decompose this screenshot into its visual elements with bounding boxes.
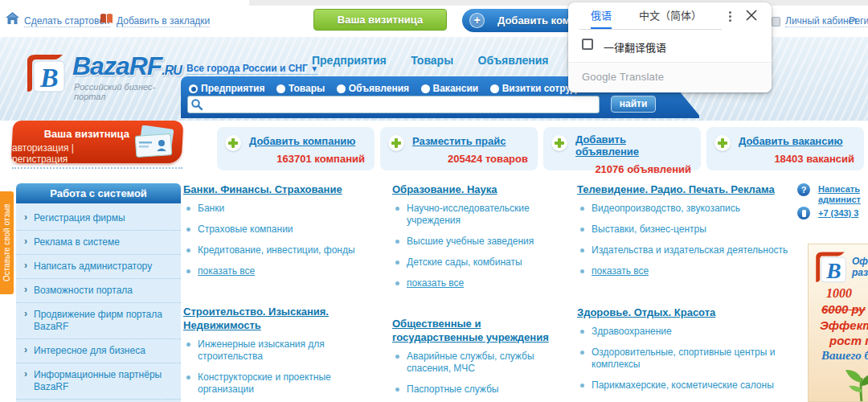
translate-tabs: 俄语 中文（简体）	[568, 2, 772, 30]
category-link[interactable]: Аварийные службы, службы спасения, МЧС	[407, 351, 534, 374]
dotted-separator	[12, 167, 182, 169]
category-education: Образование. Наука Научно-исследовательс…	[392, 182, 571, 298]
category-link[interactable]: Страховые компании	[198, 224, 293, 235]
add-ad-link[interactable]: Добавить объявление	[575, 133, 691, 158]
your-visitcard-button[interactable]: Ваша визитница	[313, 9, 447, 31]
svg-text:B: B	[39, 63, 59, 92]
google-translate-popup: 俄语 中文（简体） 一律翻译俄语 Google Translate	[568, 2, 772, 92]
show-all-link[interactable]: показать все	[407, 277, 464, 289]
question-icon: ?	[797, 183, 810, 196]
ad-new-price: 1000	[826, 286, 852, 301]
category-construction: Строительство. Изыскания. Недвижимость И…	[183, 305, 387, 402]
more-options-icon[interactable]	[723, 10, 736, 23]
add-company-link[interactable]: Добавить компанию	[249, 135, 355, 147]
quick-actions-row: Добавить компанию 163701 компаний Размес…	[217, 127, 864, 170]
close-icon[interactable]	[746, 10, 759, 23]
category-link[interactable]: Инженерные изыскания для строительства	[198, 338, 325, 362]
category-title[interactable]: Телевидение. Радио. Печать. Реклама	[577, 183, 775, 196]
category-title[interactable]: Образование. Наука	[392, 183, 497, 196]
category-title[interactable]: Общественные и государственные учреждени…	[392, 317, 571, 344]
visit-card-block[interactable]: Ваша визитница авторизация | регистрация	[12, 121, 182, 163]
phone-link[interactable]: +7 (343) 3	[818, 208, 868, 219]
category-link[interactable]: Здравоохранение	[592, 326, 672, 337]
radio-icon[interactable]	[276, 84, 285, 93]
make-home-link[interactable]: Сделать стартовой	[24, 15, 110, 27]
companies-count: 163701 компаний	[249, 153, 365, 165]
search-input[interactable]	[187, 96, 600, 113]
translate-body: 一律翻译俄语	[568, 30, 772, 62]
radio-icon[interactable]	[490, 84, 499, 93]
category-link[interactable]: Высшие учебные заведения	[407, 236, 534, 247]
sidebar-item-write-admin[interactable]: Написать администратору	[16, 255, 181, 279]
category-health: Здоровье. Отдых. Красота Здравоохранение…	[577, 305, 796, 402]
visit-card-auth-links[interactable]: авторизация | регистрация	[12, 142, 129, 165]
logo[interactable]: B BazaRF.RU Российский бизнес-портал	[23, 50, 183, 100]
scope-goods[interactable]: Товары	[276, 83, 325, 94]
scope-label: Товары	[289, 83, 325, 94]
sidebar-item-partners[interactable]: Информационные партнёры BazaRF	[16, 363, 181, 400]
tab-target-language[interactable]: 中文（简体）	[639, 2, 702, 29]
registration-link[interactable]: Регис	[849, 15, 868, 27]
translate-footer: Google Translate	[568, 62, 772, 92]
category-public-institutions: Общественные и государственные учреждени…	[392, 317, 571, 402]
show-all-link[interactable]: показать все	[198, 265, 255, 277]
category-column-2: Образование. Наука Научно-исследовательс…	[392, 182, 571, 402]
search-button[interactable]: найти	[611, 96, 656, 113]
category-link[interactable]: Банки	[198, 203, 224, 214]
top-gray-strip	[249, 0, 868, 6]
category-media: Телевидение. Радио. Печать. Реклама Виде…	[577, 182, 796, 286]
cities-label: Все города России и СНГ	[186, 63, 308, 74]
category-title[interactable]: Здоровье. Отдых. Красота	[577, 306, 715, 319]
nav-ads[interactable]: Объявления	[478, 54, 549, 67]
radio-icon[interactable]	[189, 84, 198, 93]
show-all-link[interactable]: показать все	[592, 265, 649, 277]
add-vacancy-link[interactable]: Добавить вакансию	[739, 135, 843, 147]
category-link[interactable]: Издательства и издательская деятельность	[592, 244, 788, 256]
category-link[interactable]: Научно-исследовательские учреждения	[407, 203, 530, 226]
scope-vacancies[interactable]: Вакансии	[421, 83, 479, 94]
promo-banner[interactable]: B Офи разм 1000 6000 ру Эффект рост пр В…	[808, 244, 868, 402]
svg-text:B: B	[825, 259, 841, 283]
nav-goods[interactable]: Товары	[411, 54, 453, 67]
write-admin-link[interactable]: Написать админист	[818, 184, 868, 205]
add-bookmark-link[interactable]: Добавить в закладки	[117, 15, 210, 27]
ad-old-price: 6000 ру	[821, 302, 866, 316]
always-translate-checkbox[interactable]	[582, 39, 593, 50]
category-title[interactable]: Строительство. Изыскания. Недвижимость	[183, 305, 387, 332]
scope-ads[interactable]: Объявления	[337, 83, 409, 94]
category-link[interactable]: Оздоровительные, спортивные центры и ком…	[592, 347, 775, 370]
ad-slogan-line3: Вашего б	[821, 349, 868, 363]
business-cards-icon	[131, 125, 178, 159]
category-link[interactable]: Паспортные службы	[407, 384, 498, 395]
category-link[interactable]: Кредитование, инвестиции, фонды	[198, 244, 355, 256]
scope-label: Предприятия	[201, 83, 264, 94]
category-link[interactable]: Конструкторские и проектные организации	[198, 371, 331, 395]
category-column-1: Банки. Финансы. Страхование Банки Страхо…	[183, 182, 387, 402]
google-translate-brand: Google Translate	[568, 63, 772, 83]
ad-text-line2: разм	[852, 267, 868, 278]
scope-companies[interactable]: Предприятия	[189, 83, 264, 94]
category-title[interactable]: Банки. Финансы. Страхование	[183, 183, 342, 196]
ad-slogan-line1: Эффект	[820, 318, 868, 332]
radio-icon[interactable]	[421, 84, 430, 93]
sidebar-item-advertising[interactable]: Реклама в системе	[16, 231, 181, 255]
tab-source-language[interactable]: 俄语	[591, 2, 612, 29]
category-column-3: Телевидение. Радио. Печать. Реклама Виде…	[577, 182, 796, 402]
sidebar-item-interesting[interactable]: Интересное для бизнеса	[16, 339, 181, 363]
category-link[interactable]: Выставки, бизнес-центры	[592, 224, 706, 235]
radio-icon[interactable]	[337, 84, 346, 93]
sidebar-item-registration[interactable]: Регистрация фирмы	[16, 207, 181, 231]
category-banks: Банки. Финансы. Страхование Банки Страхо…	[183, 182, 387, 286]
personal-cabinet-link[interactable]: Личный кабинет	[785, 15, 858, 27]
nav-companies[interactable]: Предприятия	[312, 54, 387, 67]
ad-slogan-line2: рост пр	[829, 334, 868, 347]
feedback-vertical-tab[interactable]: Оставьте свой отзыв	[0, 191, 14, 294]
logo-text: BazaRF.RU	[72, 51, 182, 81]
category-link[interactable]: Детские сады, комбинаты	[407, 256, 522, 268]
category-link[interactable]: Видеопроизводство, звукозапись	[592, 203, 740, 214]
add-price-link[interactable]: Разместить прайс	[412, 135, 506, 147]
sidebar-item-promotion[interactable]: Продвижение фирм портала BazaRF	[16, 303, 181, 339]
sidebar-item-features[interactable]: Возможности портала	[16, 279, 181, 303]
category-link[interactable]: Парикмахерские, косметические салоны	[592, 379, 774, 391]
cities-selector[interactable]: Все города России и СНГ ▼	[186, 63, 318, 75]
